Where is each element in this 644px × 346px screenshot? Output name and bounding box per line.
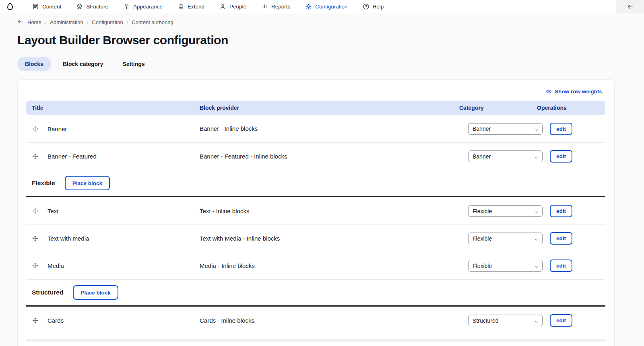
breadcrumb-item: Configuration/: [92, 19, 128, 25]
tabs: BlocksBlock categorySettings: [17, 57, 644, 71]
edit-button[interactable]: edit: [550, 123, 572, 135]
block-row-text-with-media: Text with mediaText with Media - Inline …: [26, 224, 605, 252]
block-title: Banner - Featured: [47, 153, 97, 160]
category-select[interactable]: Flexible: [468, 205, 543, 217]
breadcrumb-list: Home/Administration/Configuration/Conten…: [27, 19, 173, 25]
place-block-button[interactable]: Place block: [73, 285, 118, 300]
block-title: Cards: [47, 317, 64, 324]
drag-handle[interactable]: [32, 208, 39, 214]
toolbar-item-label: People: [229, 4, 246, 10]
edit-button[interactable]: edit: [550, 150, 572, 163]
column-header-operations: Operations: [537, 105, 606, 111]
move-icon: [32, 208, 39, 214]
block-row-banner-featured: Banner - FeaturedBanner - Featured - Inl…: [26, 142, 605, 170]
title-cell: Cards: [26, 317, 200, 324]
edit-button[interactable]: edit: [550, 205, 572, 217]
section-row-structured: StructuredPlace block: [26, 279, 605, 307]
category-select[interactable]: Structured: [468, 315, 543, 326]
breadcrumb-link-home[interactable]: Home: [27, 19, 41, 25]
provider-cell: Banner - Inline blocks: [200, 125, 459, 132]
section-title: Flexible: [32, 179, 55, 187]
tab-block-category[interactable]: Block category: [55, 57, 111, 71]
toolbar-item-structure[interactable]: Structure: [76, 3, 108, 10]
show-row-weights-link[interactable]: Show row weights: [546, 88, 602, 95]
block-provider: Media - Inline blocks: [200, 262, 255, 269]
toolbar-item-help[interactable]: Help: [363, 3, 384, 10]
toolbar-item-label: Structure: [86, 4, 108, 10]
toolbar-item-content[interactable]: Content: [32, 3, 61, 10]
move-icon: [32, 262, 39, 269]
provider-cell: Media - Inline blocks: [200, 262, 459, 270]
block-provider: Text with Media - Inline blocks: [200, 235, 280, 242]
drag-handle[interactable]: [32, 235, 39, 242]
move-icon: [32, 317, 39, 324]
tab-settings[interactable]: Settings: [115, 57, 152, 71]
provider-cell: Text - Inline blocks: [200, 208, 459, 215]
blocks-table: Title Block provider Category Operations…: [26, 101, 605, 342]
edit-button[interactable]: edit: [550, 260, 572, 272]
title-cell: Banner - Featured: [26, 153, 200, 160]
drag-handle[interactable]: [32, 153, 39, 160]
block-row-text: TextText - Inline blocksFlexibleedit: [26, 197, 605, 224]
section-row-flexible: FlexiblePlace block: [26, 170, 605, 197]
next-row-divider: [26, 339, 605, 342]
category-select[interactable]: Banner: [468, 150, 543, 162]
drag-handle[interactable]: [32, 126, 39, 132]
block-provider: Text - Inline blocks: [200, 208, 249, 214]
return-icon: [17, 19, 23, 25]
toolbar-item-appearance[interactable]: Appearance: [123, 3, 163, 10]
operations-cell: Flexibleedit: [459, 205, 605, 217]
extend-icon: [178, 3, 184, 10]
drupal-logo[interactable]: [6, 2, 14, 11]
breadcrumb-link-administration[interactable]: Administration: [50, 19, 83, 25]
breadcrumb-separator: /: [45, 19, 47, 25]
tab-blocks[interactable]: Blocks: [17, 57, 51, 71]
breadcrumb-item: Administration/: [50, 19, 88, 25]
toolbar-item-extend[interactable]: Extend: [178, 3, 204, 10]
category-select[interactable]: Banner: [468, 123, 543, 135]
column-header-block-provider: Block provider: [200, 105, 459, 111]
drag-handle[interactable]: [32, 317, 39, 324]
appearance-icon: [123, 3, 130, 10]
block-title: Text: [47, 208, 59, 214]
title-cell: Banner: [26, 126, 200, 132]
category-select[interactable]: Flexible: [468, 260, 543, 272]
provider-cell: Text with Media - Inline blocks: [200, 235, 459, 242]
toolbar-collapse-button[interactable]: [616, 0, 644, 13]
drag-handle[interactable]: [32, 262, 39, 269]
edit-button[interactable]: edit: [550, 314, 572, 327]
section-cell: StructuredPlace block: [26, 285, 605, 300]
provider-cell: Cards - Inline blocks: [200, 317, 459, 324]
operations-cell: Flexibleedit: [459, 232, 605, 245]
breadcrumb: Home/Administration/Configuration/Conten…: [0, 13, 644, 25]
breadcrumb-item: Content authoring: [132, 19, 173, 25]
move-icon: [32, 126, 39, 132]
block-row-cards: CardsCards - Inline blocksStructurededit: [26, 307, 605, 334]
column-header-title: Title: [26, 105, 200, 111]
drupal-logo: [6, 2, 14, 11]
block-provider: Banner - Inline blocks: [200, 125, 258, 132]
category-select[interactable]: Flexible: [468, 233, 543, 244]
provider-cell: Banner - Featured - Inline blocks: [200, 153, 459, 160]
category-select-wrap: Flexible: [468, 260, 543, 272]
breadcrumb-link-content-authoring: Content authoring: [132, 19, 173, 25]
toolbar-item-reports[interactable]: Reports: [261, 3, 290, 10]
content-card: Show row weights Title Block provider Ca…: [17, 79, 615, 346]
reports-icon: [261, 3, 268, 10]
move-icon: [32, 153, 39, 160]
toolbar-item-configuration[interactable]: Configuration: [305, 3, 347, 10]
eye-icon: [546, 89, 552, 95]
block-title: Text with media: [47, 235, 89, 242]
people-icon: [219, 3, 226, 10]
structure-icon: [76, 3, 83, 10]
table-actions-row: Show row weights: [18, 80, 614, 95]
toolbar-item-people[interactable]: People: [219, 3, 246, 10]
title-cell: Text: [26, 208, 200, 214]
place-block-button[interactable]: Place block: [65, 176, 110, 190]
eye-icon: [546, 88, 552, 95]
toolbar-item-label: Appearance: [133, 4, 163, 10]
breadcrumb-link-configuration[interactable]: Configuration: [92, 19, 123, 25]
category-select-wrap: Banner: [468, 150, 543, 162]
category-select-wrap: Flexible: [468, 233, 543, 244]
edit-button[interactable]: edit: [550, 232, 572, 245]
